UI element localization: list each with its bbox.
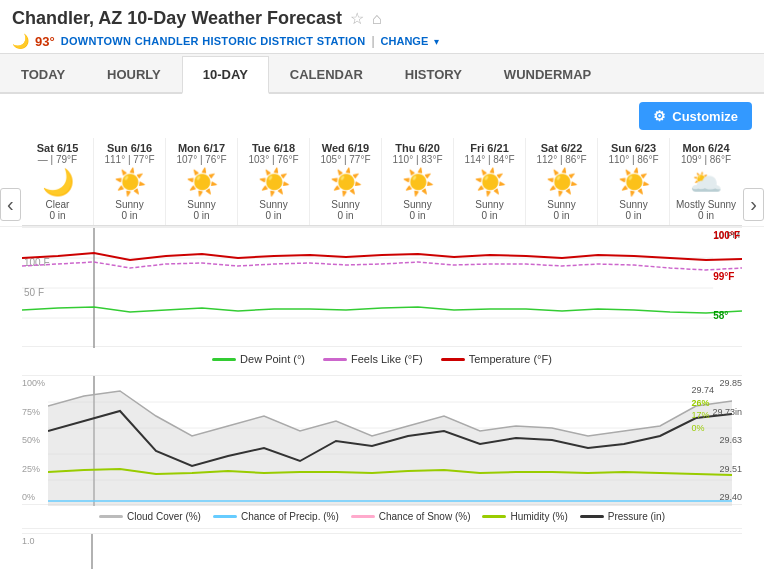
- forecast-day-0: Sat 6/15 — | 79°F 🌙 Clear 0 in: [22, 138, 94, 225]
- day-condition: Sunny: [528, 199, 595, 210]
- day-icon: ☀️: [600, 169, 667, 195]
- nav-tab-10-day[interactable]: 10-DAY: [182, 56, 269, 94]
- day-temps: 109° | 86°F: [672, 154, 740, 165]
- y2-25: 25%: [22, 464, 45, 474]
- gear-icon: ⚙: [653, 108, 666, 124]
- customize-button[interactable]: ⚙ Customize: [639, 102, 752, 130]
- day-icon: ☀️: [456, 169, 523, 195]
- day-label: Sat 6/22: [528, 142, 595, 154]
- day-label: Sat 6/15: [24, 142, 91, 154]
- chart3-svg: [46, 534, 730, 569]
- next-nav[interactable]: ›: [743, 188, 764, 221]
- moon-icon: 🌙: [12, 33, 29, 49]
- day-precip: 0 in: [384, 210, 451, 221]
- day-temps: 103° | 76°F: [240, 154, 307, 165]
- temperature-badge: 93°: [35, 34, 55, 49]
- pressure-chart-section: 100% 75% 50% 25% 0% 29.85 29.73in 29.63 …: [22, 375, 742, 528]
- precip-chart-section: 1.0 0.5 0.0 0 in (10:00 PM-11:00 PM) Pre…: [22, 528, 742, 569]
- day-temps: 111° | 77°F: [96, 154, 163, 165]
- chart1-svg: 100 F 50 F: [22, 228, 742, 348]
- day-icon: ☀️: [96, 169, 163, 195]
- nav-tabs-container: TODAYHOURLY10-DAYCALENDARHISTORYWUNDERMA…: [0, 54, 764, 94]
- y2-100: 100%: [22, 378, 45, 388]
- customize-label: Customize: [672, 109, 738, 124]
- svg-text:50 F: 50 F: [24, 287, 44, 298]
- nav-tab-calendar[interactable]: CALENDAR: [269, 56, 384, 94]
- y2-r-2963: 29.63: [712, 435, 742, 445]
- day-condition: Sunny: [240, 199, 307, 210]
- day-precip: 0 in: [240, 210, 307, 221]
- y-label-99f: 99°F: [713, 271, 740, 282]
- day-label: Sun 6/16: [96, 142, 163, 154]
- y2-r-2973: 29.73in: [712, 407, 742, 417]
- chart1-legend: Dew Point (°)Feels Like (°F)Temperature …: [22, 347, 742, 371]
- day-temps: 110° | 86°F: [600, 154, 667, 165]
- nav-tab-hourly[interactable]: HOURLY: [86, 56, 182, 94]
- chart2-legend: Cloud Cover (%)Chance of Precip. (%)Chan…: [22, 505, 742, 528]
- day-icon: 🌙: [24, 169, 91, 195]
- forecast-day-5: Thu 6/20 110° | 83°F ☀️ Sunny 0 in: [382, 138, 454, 225]
- day-precip: 0 in: [600, 210, 667, 221]
- day-condition: Sunny: [384, 199, 451, 210]
- y2-50: 50%: [22, 435, 45, 445]
- day-label: Mon 6/17: [168, 142, 235, 154]
- nav-tab-today[interactable]: TODAY: [0, 56, 86, 94]
- svg-marker-11: [48, 391, 732, 506]
- day-precip: 0 in: [672, 210, 740, 221]
- chart2-legend-item: Chance of Snow (%): [351, 511, 471, 522]
- chart2-legend-item: Chance of Precip. (%): [213, 511, 339, 522]
- forecast-day-4: Wed 6/19 105° | 77°F ☀️ Sunny 0 in: [310, 138, 382, 225]
- day-temps: 105° | 77°F: [312, 154, 379, 165]
- y2-75: 75%: [22, 407, 45, 417]
- day-condition: Sunny: [96, 199, 163, 210]
- y2-r-2951: 29.51: [712, 464, 742, 474]
- day-precip: 0 in: [312, 210, 379, 221]
- prev-nav[interactable]: ‹: [0, 188, 21, 221]
- highlight-0pct: 0%: [691, 422, 714, 435]
- forecast-day-7: Sat 6/22 112° | 86°F ☀️ Sunny 0 in: [526, 138, 598, 225]
- day-precip: 0 in: [456, 210, 523, 221]
- day-condition: Sunny: [600, 199, 667, 210]
- y2-r-2940: 29.40: [712, 492, 742, 502]
- day-condition: Sunny: [168, 199, 235, 210]
- day-condition: Sunny: [456, 199, 523, 210]
- header: Chandler, AZ 10-Day Weather Forecast ☆ ⌂…: [0, 0, 764, 94]
- y2-0: 0%: [22, 492, 45, 502]
- y2-r-2985: 29.85: [712, 378, 742, 388]
- star-icon[interactable]: ☆: [350, 9, 364, 28]
- highlight-17pct: 17%: [691, 409, 714, 422]
- day-icon: ☀️: [240, 169, 307, 195]
- chart1-legend-item: Temperature (°F): [441, 353, 552, 365]
- day-icon: 🌥️: [672, 169, 740, 195]
- chart2-svg: [48, 376, 732, 506]
- day-precip: 0 in: [24, 210, 91, 221]
- day-condition: Mostly Sunny: [672, 199, 740, 210]
- chart1-legend-item: Dew Point (°): [212, 353, 305, 365]
- day-temps: — | 79°F: [24, 154, 91, 165]
- pipe-divider: |: [371, 34, 374, 48]
- day-label: Fri 6/21: [456, 142, 523, 154]
- nav-tab-history[interactable]: HISTORY: [384, 56, 483, 94]
- day-condition: Clear: [24, 199, 91, 210]
- station-name: DOWNTOWN CHANDLER HISTORIC DISTRICT STAT…: [61, 35, 366, 47]
- temperature-chart-section: 100°F 99°F 58° 10 PM 100 F 50 F: [22, 227, 742, 371]
- day-precip: 0 in: [96, 210, 163, 221]
- day-label: Wed 6/19: [312, 142, 379, 154]
- highlight-26pct: 26%: [691, 397, 714, 410]
- forecast-day-8: Sun 6/23 110° | 86°F ☀️ Sunny 0 in: [598, 138, 670, 225]
- highlight-2974: 29.74: [691, 384, 714, 397]
- chart2-legend-item: Pressure (in): [580, 511, 665, 522]
- forecast-day-9: Mon 6/24 109° | 86°F 🌥️ Mostly Sunny 0 i…: [670, 138, 742, 225]
- day-label: Sun 6/23: [600, 142, 667, 154]
- day-icon: ☀️: [312, 169, 379, 195]
- day-precip: 0 in: [528, 210, 595, 221]
- nav-tab-wundermap[interactable]: WUNDERMAP: [483, 56, 612, 94]
- y-label-58: 58°: [713, 310, 740, 321]
- change-link[interactable]: CHANGE: [381, 35, 429, 47]
- day-precip: 0 in: [168, 210, 235, 221]
- day-temps: 112° | 86°F: [528, 154, 595, 165]
- day-label: Mon 6/24: [672, 142, 740, 154]
- page-title: Chandler, AZ 10-Day Weather Forecast: [12, 8, 342, 29]
- chart2-legend-item: Humidity (%): [482, 511, 567, 522]
- home-icon[interactable]: ⌂: [372, 10, 382, 28]
